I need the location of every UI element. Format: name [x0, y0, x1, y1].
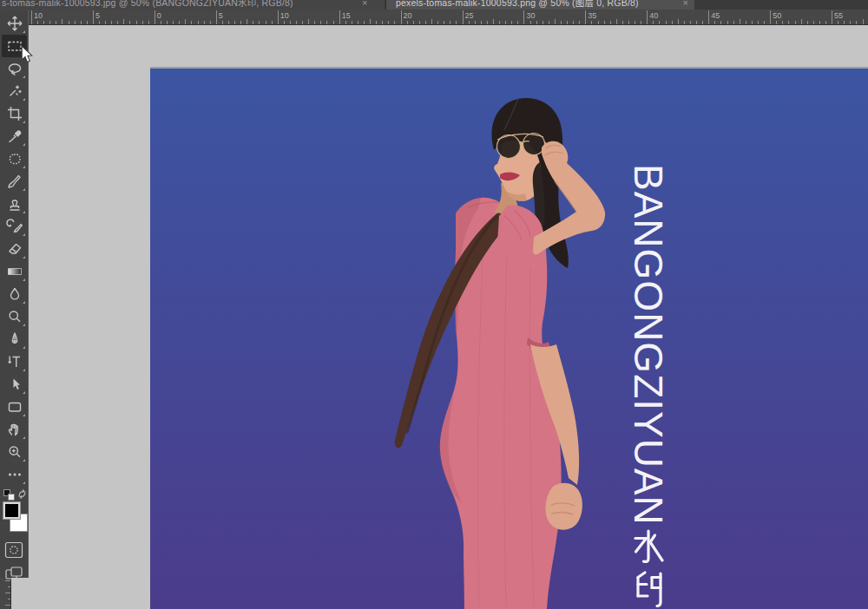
vertical-type-tool-icon: [6, 353, 23, 370]
ruler-major-tick: [93, 10, 94, 25]
document-tab-jpg[interactable]: s-tomas-malik-1000593.jpg @ 50% (BANGONG…: [0, 0, 385, 10]
ruler-minor-tick: [549, 21, 549, 24]
vertical-type-tool[interactable]: [2, 350, 27, 373]
path-selection-tool[interactable]: [2, 373, 27, 396]
ruler-minor-tick: [358, 21, 358, 24]
ruler-label: 15: [342, 11, 351, 20]
watermark-latin: BANGONGZIYUAN: [628, 164, 668, 526]
ruler-minor-tick: [702, 21, 703, 24]
ruler-minor-tick: [825, 21, 826, 24]
ruler-minor-tick: [678, 19, 679, 24]
edit-toolbar[interactable]: [2, 463, 27, 486]
ruler-minor-tick: [740, 19, 740, 24]
close-icon[interactable]: ×: [683, 0, 688, 8]
ruler-minor-tick: [431, 19, 432, 24]
path-selection-tool-icon: [6, 376, 23, 393]
document-tab-png[interactable]: pexels-tomas-malik-1000593.png @ 50% (图层…: [385, 0, 694, 10]
brush-tool[interactable]: [2, 170, 27, 193]
ruler-minor-tick: [591, 21, 592, 24]
horizontal-ruler[interactable]: 1050510152025303540455055: [0, 10, 868, 25]
ruler-label: 20: [404, 11, 412, 20]
ruler-minor-tick: [714, 21, 715, 24]
screen-mode-button[interactable]: [4, 565, 23, 582]
ruler-minor-tick: [610, 21, 611, 24]
ruler-minor-tick: [795, 21, 796, 24]
ruler-minor-tick: [696, 21, 697, 24]
ruler-minor-tick: [684, 21, 685, 24]
ruler-label: 25: [465, 11, 474, 20]
quick-selection-tool[interactable]: [2, 80, 27, 102]
pen-tool[interactable]: [2, 328, 27, 350]
ruler-label: 10: [34, 11, 43, 20]
ruler-minor-tick: [62, 19, 62, 24]
history-brush-tool[interactable]: [2, 215, 27, 238]
ruler-minor-tick: [394, 21, 395, 24]
ruler-minor-tick: [87, 21, 88, 24]
ruler-minor-tick: [505, 21, 506, 24]
spot-healing-brush-tool[interactable]: [2, 147, 27, 170]
ruler-minor-tick: [413, 21, 414, 24]
foreground-color-swatch[interactable]: [3, 501, 21, 520]
ruler-minor-tick: [136, 21, 137, 24]
move-tool-icon: [6, 15, 23, 32]
ruler-minor-tick: [517, 21, 518, 24]
ruler-minor-tick: [5, 605, 11, 606]
clone-stamp-tool[interactable]: [2, 193, 27, 215]
ruler-minor-tick: [425, 21, 426, 24]
ruler-label: 40: [649, 11, 658, 20]
ruler-minor-tick: [302, 21, 303, 24]
ruler-minor-tick: [222, 21, 223, 24]
ruler-minor-tick: [856, 21, 857, 24]
ruler-major-tick: [31, 10, 32, 25]
ruler-minor-tick: [388, 21, 389, 24]
ruler-minor-tick: [469, 21, 470, 24]
ruler-label: 30: [526, 11, 535, 20]
eraser-tool[interactable]: [2, 238, 27, 260]
ruler-minor-tick: [56, 21, 56, 24]
default-colors-button[interactable]: [3, 489, 16, 501]
ruler-minor-tick: [481, 21, 482, 24]
gradient-tool[interactable]: [2, 260, 27, 283]
ruler-label: 5: [95, 11, 100, 20]
ruler-minor-tick: [364, 21, 365, 24]
eyedropper-tool[interactable]: [2, 125, 27, 147]
ruler-label: 10: [280, 11, 289, 20]
ruler-minor-tick: [111, 21, 112, 24]
rectangle-tool[interactable]: [2, 396, 27, 418]
brush-tool-icon: [6, 173, 23, 190]
ruler-minor-tick: [499, 21, 500, 24]
vertical-ruler[interactable]: [0, 578, 11, 609]
ruler-minor-tick: [758, 21, 759, 24]
crop-tool[interactable]: [2, 102, 27, 125]
ruler-minor-tick: [148, 21, 149, 24]
ruler-minor-tick: [604, 21, 605, 24]
zoom-tool[interactable]: [2, 441, 27, 463]
ruler-major-tick: [770, 10, 771, 25]
swap-colors-icon[interactable]: [16, 488, 28, 500]
ruler-minor-tick: [801, 19, 802, 24]
ruler-major-tick: [463, 10, 464, 25]
close-icon[interactable]: ×: [362, 0, 367, 8]
ruler-minor-tick: [844, 21, 845, 24]
ruler-minor-tick: [43, 21, 44, 24]
ruler-minor-tick: [314, 21, 315, 24]
watermark-cjk-shui: [631, 528, 666, 566]
ruler-minor-tick: [247, 19, 247, 24]
ruler-minor-tick: [105, 21, 106, 24]
blur-tool[interactable]: [2, 283, 27, 305]
ruler-minor-tick: [579, 21, 580, 24]
ruler-major-tick: [155, 10, 155, 25]
ruler-minor-tick: [308, 19, 309, 24]
dodge-tool[interactable]: [2, 305, 27, 328]
ruler-minor-tick: [210, 21, 211, 24]
quick-mask-button[interactable]: [4, 541, 23, 559]
ruler-minor-tick: [487, 21, 488, 24]
ruler-minor-tick: [573, 21, 574, 24]
hand-tool[interactable]: [2, 418, 27, 441]
move-tool[interactable]: [2, 12, 27, 35]
ruler-minor-tick: [75, 21, 76, 24]
ruler-minor-tick: [635, 21, 635, 24]
edit-toolbar-icon: [6, 466, 23, 483]
document-canvas[interactable]: BANGONGZIYUAN: [150, 69, 868, 609]
watermark-cjk-yin: [631, 569, 666, 607]
